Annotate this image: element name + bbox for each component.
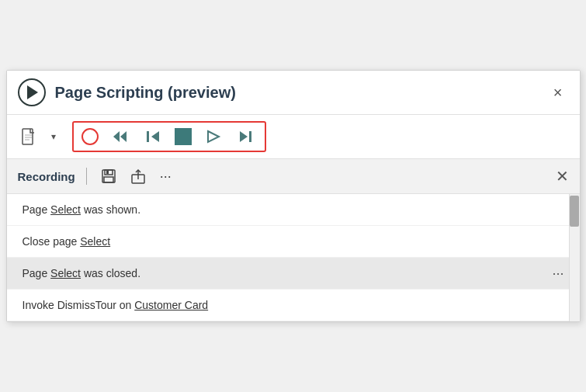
svg-rect-10 [249, 131, 251, 142]
svg-rect-14 [106, 171, 109, 174]
play-button[interactable] [203, 126, 224, 147]
svg-marker-4 [113, 131, 120, 142]
step-back-button[interactable] [142, 126, 164, 147]
rewind-all-icon [112, 130, 129, 144]
step-link-3[interactable]: Select [50, 267, 81, 279]
rewind-all-button[interactable] [109, 126, 131, 147]
step-item-1: Page Select was shown. [7, 194, 580, 226]
step-item-2: Close page Select [7, 226, 580, 258]
svg-rect-0 [23, 129, 33, 144]
step-item-4: Invoke DismissTour on Customer Card [7, 290, 580, 321]
recording-close-button[interactable]: ✕ [556, 167, 569, 186]
new-doc-icon [21, 128, 36, 145]
svg-marker-9 [240, 131, 248, 142]
new-doc-button[interactable] [18, 126, 40, 147]
scrollbar-track[interactable] [569, 194, 580, 321]
save-icon [101, 168, 116, 184]
step-item-3: Page Select was closed. ··· [7, 258, 580, 290]
share-button[interactable] [127, 165, 149, 187]
record-button[interactable] [81, 128, 99, 145]
play-icon [206, 130, 221, 144]
steps-container: Page Select was shown. Close page Select… [7, 194, 580, 321]
step-link-1[interactable]: Select [50, 203, 81, 216]
recording-label: Recording [18, 170, 75, 183]
step-link-4[interactable]: Customer Card [134, 299, 208, 311]
step-text-4: Invoke DismissTour on Customer Card [23, 299, 209, 311]
step-more-button-3[interactable]: ··· [552, 265, 563, 282]
step-link-2[interactable]: Select [80, 235, 110, 248]
stop-button[interactable] [175, 128, 192, 145]
recording-separator [86, 168, 87, 185]
step-text-1: Page Select was shown. [23, 203, 141, 216]
scrollbar-thumb[interactable] [570, 196, 579, 227]
transport-bar: ▾ [7, 115, 580, 159]
skip-end-button[interactable] [235, 126, 257, 147]
skip-end-icon [238, 130, 254, 144]
step-text-2: Close page Select [23, 235, 111, 248]
title-bar: Page Scripting (preview) × [7, 71, 580, 115]
svg-marker-7 [151, 131, 159, 142]
svg-marker-8 [208, 131, 219, 142]
svg-rect-13 [104, 177, 113, 182]
transport-controls [72, 121, 266, 152]
play-icon [18, 78, 46, 106]
panel-title: Page Scripting (preview) [55, 84, 538, 102]
dropdown-button[interactable]: ▾ [46, 126, 61, 147]
page-scripting-panel: Page Scripting (preview) × ▾ [6, 70, 581, 322]
recording-bar: Recording ··· ✕ [7, 159, 580, 194]
more-options-button[interactable]: ··· [157, 168, 175, 185]
svg-marker-5 [120, 131, 127, 142]
title-close-button[interactable]: × [547, 82, 569, 103]
share-icon [130, 168, 146, 184]
step-text-3: Page Select was closed. [23, 267, 141, 279]
save-button[interactable] [98, 165, 120, 187]
step-back-icon [145, 130, 161, 144]
svg-rect-6 [147, 131, 149, 142]
